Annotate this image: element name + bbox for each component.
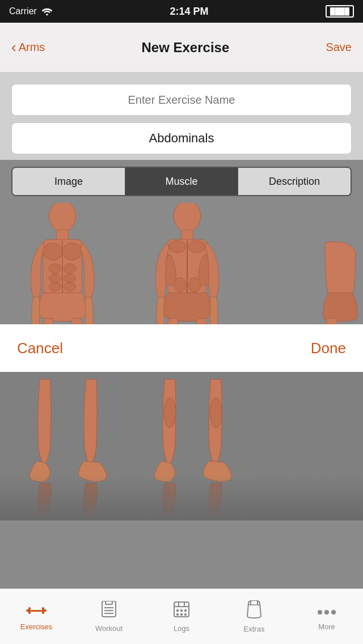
svg-point-47 <box>324 610 329 615</box>
segment-description[interactable]: Description <box>238 168 351 195</box>
svg-rect-27 <box>31 610 42 612</box>
svg-point-22 <box>210 398 222 427</box>
svg-point-6 <box>62 243 82 260</box>
carrier-label: Carrier <box>9 6 37 16</box>
segment-control: Image Muscle Description <box>11 167 352 196</box>
more-icon <box>316 602 337 620</box>
svg-point-7 <box>49 264 61 273</box>
svg-point-0 <box>46 14 48 15</box>
muscle-group-value: Abdominals <box>149 131 214 146</box>
svg-point-46 <box>318 610 322 615</box>
cancel-button[interactable]: Cancel <box>17 340 63 357</box>
svg-point-10 <box>64 274 75 282</box>
svg-point-1 <box>49 203 75 232</box>
logs-icon <box>173 601 190 622</box>
segment-image[interactable]: Image <box>12 168 125 195</box>
page-title: New Exercise <box>141 40 229 56</box>
svg-rect-29 <box>105 601 112 604</box>
input-section: Abdominals <box>0 73 363 160</box>
svg-point-5 <box>43 243 62 260</box>
tab-workout-label: Workout <box>95 624 123 633</box>
exercises-icon <box>26 602 47 620</box>
cancel-done-bar: Cancel Done <box>0 324 363 372</box>
svg-point-20 <box>188 278 200 293</box>
nav-bar: ‹ Arms New Exercise Save <box>0 23 363 73</box>
body-image-area: Cancel Done <box>0 203 363 520</box>
done-button[interactable]: Done <box>311 340 346 357</box>
workout-icon <box>101 601 117 622</box>
tab-workout[interactable]: Workout <box>73 589 145 644</box>
tab-bar: Exercises Workout <box>0 588 363 644</box>
svg-rect-39 <box>184 609 187 612</box>
svg-point-9 <box>49 274 61 282</box>
tab-extras[interactable]: Extras <box>218 589 290 644</box>
svg-point-12 <box>64 282 75 291</box>
svg-rect-28 <box>102 601 116 617</box>
svg-rect-38 <box>180 609 183 612</box>
svg-point-11 <box>49 282 61 291</box>
svg-rect-41 <box>180 613 183 616</box>
status-time: 2:14 PM <box>170 6 208 18</box>
tab-more[interactable]: More <box>290 589 363 644</box>
wifi-icon <box>41 6 53 17</box>
extras-icon <box>246 600 262 622</box>
tab-exercises-label: Exercises <box>20 622 52 631</box>
exercise-name-input[interactable] <box>11 84 352 116</box>
tab-logs[interactable]: Logs <box>145 589 218 644</box>
battery-indicator: ████ <box>326 5 354 18</box>
tab-extras-label: Extras <box>244 625 265 633</box>
svg-rect-40 <box>176 613 179 616</box>
svg-rect-37 <box>176 609 179 612</box>
tab-more-label: More <box>318 622 335 631</box>
svg-rect-26 <box>42 607 44 614</box>
segment-muscle[interactable]: Muscle <box>125 168 238 195</box>
muscle-group-selector[interactable]: Abdominals <box>11 122 352 154</box>
svg-point-8 <box>64 264 75 273</box>
svg-point-21 <box>164 398 176 427</box>
tab-logs-label: Logs <box>174 624 189 633</box>
svg-point-17 <box>169 240 186 252</box>
svg-rect-42 <box>184 613 187 616</box>
svg-rect-14 <box>181 230 193 240</box>
back-arrow-icon: ‹ <box>11 39 16 56</box>
svg-rect-24 <box>28 607 31 614</box>
status-bar: Carrier 2:14 PM ████ <box>0 0 363 23</box>
svg-point-18 <box>188 240 205 252</box>
back-label: Arms <box>19 41 45 54</box>
back-button[interactable]: ‹ Arms <box>11 39 45 56</box>
svg-point-13 <box>174 203 200 232</box>
save-button[interactable]: Save <box>326 41 352 54</box>
svg-point-48 <box>331 610 336 615</box>
tab-exercises[interactable]: Exercises <box>0 589 73 644</box>
svg-point-19 <box>174 278 185 293</box>
svg-rect-2 <box>56 230 68 240</box>
